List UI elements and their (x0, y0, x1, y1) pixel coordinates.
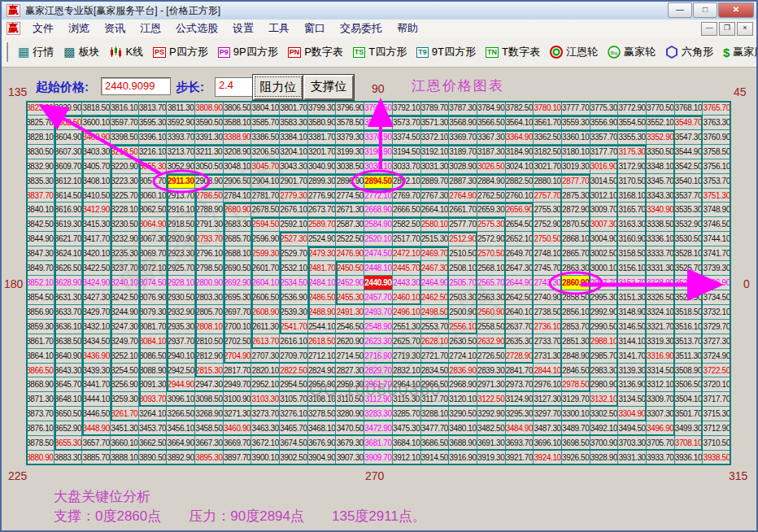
mdi-restore-button[interactable]: ❐ (719, 22, 735, 36)
support-button[interactable]: 支撑位 (303, 75, 354, 100)
toolbar-button-7[interactable]: T99T四方形 (412, 42, 481, 62)
toolbar-button-8[interactable]: TNT数字表 (481, 42, 545, 62)
toolbar-button-3[interactable]: PSP四方形 (148, 42, 213, 62)
toolbar-button-4[interactable]: P99P四方形 (213, 42, 283, 62)
grid-cell: 3403.30 (82, 145, 111, 159)
menu-item-9[interactable]: 帮助 (390, 22, 425, 34)
support-button-label: 支撑位 (311, 79, 347, 93)
grid-cell: 3854.50 (26, 290, 54, 305)
toolbar-button-5[interactable]: PNP数字表 (283, 42, 348, 62)
grid-cell: 3739.30 (703, 261, 731, 276)
toolbar-button-6[interactable]: TST四方形 (348, 42, 412, 62)
menu-item-1[interactable]: 浏览 (61, 22, 97, 34)
grid-cell: 3760.90 (703, 130, 731, 145)
grid-cell: 3463.30 (251, 421, 280, 436)
grid-cell: 3741.70 (703, 246, 731, 261)
grid-cell: 3021.70 (534, 159, 562, 174)
menu-item-6[interactable]: 工具 (261, 22, 297, 34)
grid-cell: 3840.10 (26, 203, 54, 217)
grid-cell: 2546.50 (336, 320, 364, 334)
mdi-close-button[interactable]: × (737, 22, 753, 36)
window-title: 赢家江恩专业版[赢家服务平台] - [价格正方形] (25, 4, 220, 18)
menu-item-3[interactable]: 江恩 (133, 22, 168, 34)
grid-cell: 3007.30 (590, 217, 619, 232)
toolbar-button-label: 六角形 (682, 45, 713, 59)
grid-cell: 3360.10 (562, 130, 590, 145)
grid-cell: 3288.10 (421, 407, 450, 421)
toolbar-button-1[interactable]: ▩板块 (59, 42, 104, 62)
grid-cell: 3799.30 (308, 101, 337, 116)
grid-cell: 2769.70 (393, 189, 421, 203)
grid-cell: 3194.50 (393, 145, 421, 159)
grid-cell: 2700.10 (224, 320, 252, 334)
menu-item-7[interactable]: 窗口 (297, 22, 333, 34)
grid-cell: 3844.90 (26, 232, 54, 246)
grid-cell: 3912.10 (393, 451, 421, 465)
grid-cell: 3660.10 (111, 436, 139, 451)
menu-item-0[interactable]: 文件 (25, 22, 61, 34)
grid-cell: 2800.90 (195, 276, 224, 290)
grid-cell: 3434.50 (82, 334, 111, 349)
grid-cell: 3019.30 (562, 159, 590, 174)
grid-cell: 3192.10 (421, 145, 450, 159)
grid-cell: 3780.10 (534, 101, 562, 116)
grid-cell: 3864.10 (26, 349, 54, 364)
grid-cell: 3878.50 (26, 436, 54, 451)
grid-cell: 3372.10 (421, 130, 450, 145)
grid-cell: 3506.50 (675, 377, 704, 392)
toolbar-button-10[interactable]: Big赢家轮 (603, 42, 660, 62)
step-label: 步长: (176, 80, 204, 95)
grid-cell: 2606.50 (251, 290, 280, 305)
grid-cell: 3904.90 (308, 451, 337, 465)
grid-cell: 3530.50 (675, 232, 704, 246)
toolbar-button-label: 赢家服务 (733, 45, 758, 59)
grid-cell: 3828.10 (26, 130, 54, 145)
grid-cell: 3376.90 (364, 130, 393, 145)
grid-cell: 3532.90 (675, 217, 704, 232)
grid-cell: 3916.90 (449, 451, 477, 465)
grid-cell: 3871.30 (26, 392, 54, 407)
grid-cell: 3470.50 (336, 421, 364, 436)
grid-cell: 3338.50 (647, 217, 675, 232)
grid-cell: 3676.90 (308, 436, 337, 451)
grid-cell: 3213.70 (167, 145, 195, 159)
grid-cell: 3182.50 (534, 145, 562, 159)
grid-cell: 2889.70 (421, 174, 450, 189)
start-price-input[interactable]: 2440.9099 (101, 77, 171, 95)
resistance-button[interactable]: 阻力位 (253, 75, 303, 100)
grid-cell: 3645.70 (54, 377, 83, 392)
grid-cell: 2752.90 (534, 217, 562, 232)
grid-cell: 3487.30 (534, 421, 562, 436)
grid-cell: 3578.50 (336, 116, 364, 130)
grid-cell: 3412.90 (82, 203, 111, 217)
grid-cell: 3727.30 (703, 334, 731, 349)
grid-cell: 3856.90 (26, 305, 54, 320)
menu-item-2[interactable]: 资讯 (97, 22, 133, 34)
grid-cell: 2534.50 (280, 276, 308, 290)
mdi-minimize-button[interactable]: — (701, 22, 717, 36)
grid-cell: 3400.90 (82, 130, 111, 145)
toolbar-button-12[interactable]: $赢家服务 (718, 42, 758, 62)
close-button[interactable]: ✕ (718, 2, 754, 18)
toolbar-button-9[interactable]: 江恩轮 (545, 42, 603, 62)
toolbar-button-0[interactable]: ▦行情 (13, 42, 59, 62)
grid-cell: 3866.50 (26, 364, 54, 378)
grid-cell: 3758.50 (703, 145, 731, 159)
menu-item-5[interactable]: 设置 (225, 22, 261, 34)
toolbar-button-11[interactable]: 六角形 (660, 42, 718, 62)
maximize-button[interactable]: □ (693, 2, 717, 18)
grid-cell: 3247.30 (111, 320, 139, 334)
grid-cell: 3120.10 (449, 392, 477, 407)
minimize-button[interactable]: — (668, 2, 692, 18)
toolbar-button-2[interactable]: K线 (104, 42, 148, 62)
grid-cell: 2733.70 (534, 334, 562, 349)
grid-cell: 3388.90 (224, 130, 252, 145)
grid-cell: 3696.10 (534, 436, 562, 451)
menu-item-4[interactable]: 公式选股 (168, 22, 225, 34)
grid-cell: 3628.90 (54, 276, 83, 290)
grid-cell: 3753.70 (703, 174, 731, 189)
grid-cell: 2808.10 (195, 320, 224, 334)
grid-cell: 3184.90 (506, 145, 534, 159)
menu-item-8[interactable]: 交易委托 (333, 22, 390, 34)
grid-cell: 2968.90 (449, 377, 477, 392)
